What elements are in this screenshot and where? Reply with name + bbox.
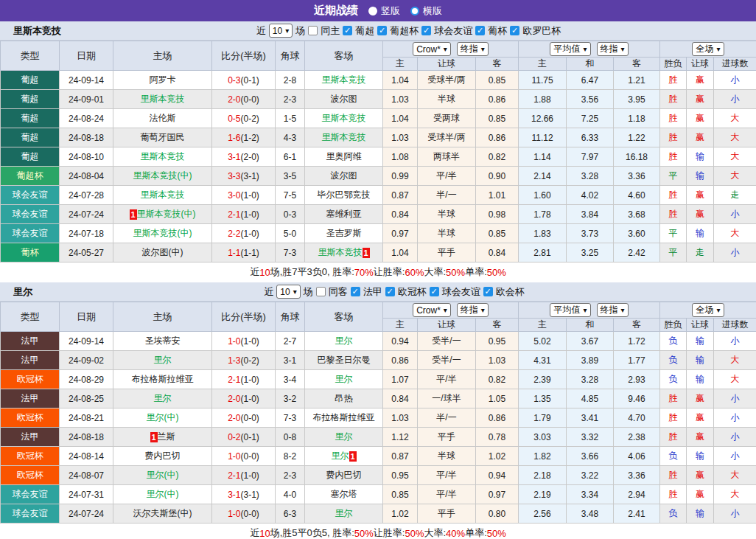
team-link: 里奥阿维 <box>326 151 362 161</box>
near-label: 近 <box>264 285 273 299</box>
same-venue-label[interactable]: 同主 <box>321 24 340 38</box>
avg-draw: 3.34 <box>567 485 614 504</box>
radio-unselected-icon[interactable] <box>410 7 419 15</box>
league-checkbox[interactable]: ✓ <box>385 287 395 296</box>
team-link: 里斯本竞技(中) <box>133 170 192 181</box>
league-label[interactable]: 欧罗巴杯 <box>522 24 561 38</box>
league-type-cell: 葡超杯 <box>1 167 60 186</box>
league-checkbox[interactable]: ✓ <box>343 26 352 35</box>
odds-away: 0.98 <box>476 205 519 224</box>
col-score: 比分(半场) <box>212 41 276 71</box>
league-label[interactable]: 欧会杯 <box>496 285 525 299</box>
match-count-select[interactable]: 10▾ <box>276 285 300 299</box>
avg-draw: 6.47 <box>567 71 614 90</box>
avg-draw: 4.02 <box>567 186 614 205</box>
odds-handicap: 半/一 <box>418 408 476 428</box>
avg-stage-select[interactable]: 终指▾ <box>597 42 629 56</box>
league-type-cell: 欧冠杯 <box>1 370 60 389</box>
result-handicap: 输 <box>687 370 714 389</box>
scope-select[interactable]: 全场▾ <box>692 303 724 317</box>
result-handicap: 输 <box>687 147 714 167</box>
corner-count: 1-5 <box>276 109 305 128</box>
league-checkbox[interactable]: ✓ <box>377 26 387 35</box>
match-date: 24-08-04 <box>60 167 113 186</box>
league-checkbox[interactable]: ✓ <box>421 26 431 35</box>
odds-stage-select[interactable]: 终指▾ <box>457 42 489 56</box>
summary-segment: 大率: <box>424 526 446 539</box>
away-team-cell: 里尔 <box>305 332 383 351</box>
match-date: 24-09-01 <box>60 90 113 109</box>
team-link: 里斯本竞技 <box>322 74 366 85</box>
same-venue-checkbox[interactable] <box>308 26 318 35</box>
odds-home: 1.04 <box>383 243 418 262</box>
halftime-score: (1-0) <box>241 470 259 481</box>
team-link: 里斯本竞技 <box>141 151 185 161</box>
league-type-cell: 球会友谊 <box>1 186 60 205</box>
result-outcome: 胜 <box>660 71 687 90</box>
match-row: 欧冠杯24-08-21里尔(中)2-0(0-0)7-3布拉格斯拉维亚1.03半/… <box>1 408 756 428</box>
avg-home: 1.83 <box>519 224 567 243</box>
odds-home: 1.07 <box>383 370 418 389</box>
avg-stage-select[interactable]: 终指▾ <box>597 303 629 317</box>
scope-select[interactable]: 全场▾ <box>692 42 724 56</box>
league-label[interactable]: 球会友谊 <box>442 285 480 299</box>
home-team-cell: 里斯本竞技 <box>113 90 212 109</box>
same-venue-checkbox[interactable] <box>316 287 326 296</box>
fulltime-score: 1-1 <box>228 248 240 258</box>
avg-away: 3.36 <box>614 466 660 485</box>
sub-avg-home: 主 <box>519 58 567 71</box>
league-checkbox[interactable]: ✓ <box>510 26 519 35</box>
odds-away: 0.86 <box>476 408 519 428</box>
bookmaker-select[interactable]: Crow*▾ <box>413 42 451 56</box>
layout-radio-vertical[interactable]: 竖版 <box>368 4 400 18</box>
fulltime-score: 1-6 <box>228 133 240 143</box>
radio-selected-icon[interactable] <box>368 7 377 15</box>
score-cell: 0-5(0-2) <box>212 109 276 128</box>
league-label[interactable]: 球会友谊 <box>434 24 472 38</box>
match-row: 欧冠杯24-08-29布拉格斯拉维亚2-1(1-0)3-4里尔1.07平/半0.… <box>1 370 756 389</box>
team-link: 里斯本竞技 <box>322 132 366 142</box>
result-handicap: 赢 <box>687 205 714 224</box>
team-link: 里斯本竞技 <box>141 94 185 104</box>
match-row: 法甲24-09-02里尔1-3(0-2)3-1巴黎圣日尔曼0.86受半/一1.0… <box>1 351 756 370</box>
sub-result: 胜负 <box>660 58 687 71</box>
result-goals: 小 <box>714 389 756 408</box>
avg-select[interactable]: 平均值▾ <box>550 303 590 317</box>
odds-away: 0.82 <box>476 370 519 389</box>
result-handicap: 赢 <box>687 389 714 408</box>
league-checkbox[interactable]: ✓ <box>430 287 439 296</box>
league-type-cell: 葡超 <box>1 109 60 128</box>
avg-select[interactable]: 平均值▾ <box>550 42 590 56</box>
league-label[interactable]: 法甲 <box>363 285 382 299</box>
home-team-cell: 里尔 <box>113 351 212 370</box>
away-team-cell: 里尔 <box>305 370 383 389</box>
league-checkbox[interactable]: ✓ <box>475 26 485 35</box>
bookmaker-select[interactable]: Crow*▾ <box>413 303 451 317</box>
match-row: 葡超24-09-01里斯本竞技2-0(0-0)2-3波尔图1.03半球0.861… <box>1 90 756 109</box>
league-checkbox[interactable]: ✓ <box>351 287 360 296</box>
avg-away: 1.77 <box>614 351 660 370</box>
halftime-score: (0-2) <box>241 114 259 124</box>
score-cell: 1-0(1-0) <box>212 332 276 351</box>
league-label[interactable]: 葡超 <box>355 24 374 38</box>
layout-radio-horizontal[interactable]: 横版 <box>410 4 442 18</box>
summary-segment: 单率: <box>465 526 487 539</box>
avg-draw: 7.25 <box>567 109 614 128</box>
league-label[interactable]: 欧冠杯 <box>398 285 427 299</box>
league-label[interactable]: 葡超杯 <box>390 24 419 38</box>
league-label[interactable]: 葡杯 <box>488 24 507 38</box>
match-count-select[interactable]: 10▾ <box>269 24 293 38</box>
odds-handicap: 受两球 <box>418 109 476 128</box>
league-checkbox[interactable]: ✓ <box>483 287 493 296</box>
sub-away-odds: 客 <box>476 319 519 332</box>
halftime-score: (0-0) <box>241 94 259 105</box>
odds-home: 1.04 <box>383 109 418 128</box>
away-team-cell: 里尔1 <box>305 447 383 466</box>
avg-home: 2.39 <box>519 370 567 389</box>
filter-bar: 里尔 近10▾场同客✓法甲✓欧冠杯✓球会友谊✓欧会杯 <box>0 282 756 302</box>
result-outcome: 平 <box>660 243 687 262</box>
odds-stage-select[interactable]: 终指▾ <box>457 303 489 317</box>
result-goals: 大 <box>714 370 756 389</box>
odds-handicap: 受球半/两 <box>418 71 476 90</box>
same-venue-label[interactable]: 同客 <box>329 285 348 299</box>
